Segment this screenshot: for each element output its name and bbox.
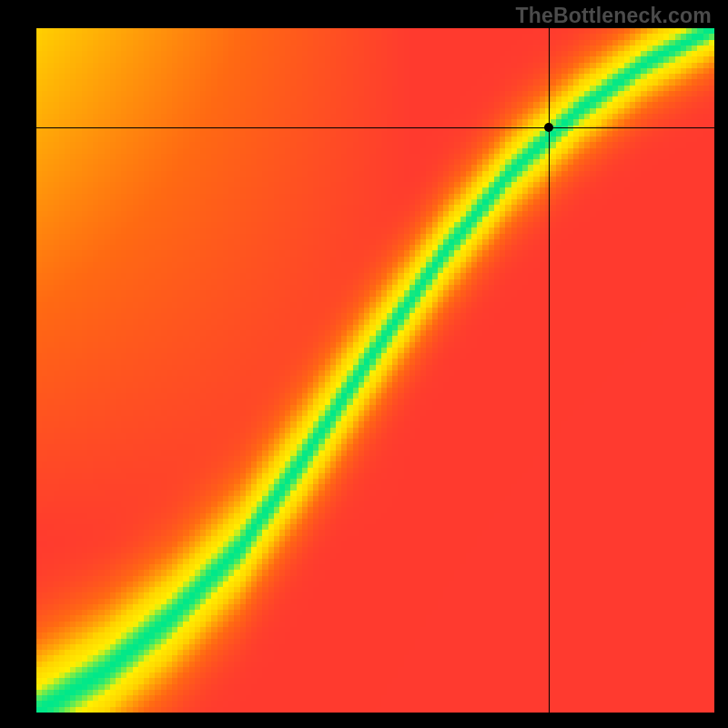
bottleneck-heatmap — [36, 28, 714, 713]
crosshair-horizontal — [36, 127, 714, 128]
crosshair-marker — [544, 123, 553, 132]
chart-stage: TheBottleneck.com — [0, 0, 728, 728]
watermark-text: TheBottleneck.com — [515, 4, 712, 28]
